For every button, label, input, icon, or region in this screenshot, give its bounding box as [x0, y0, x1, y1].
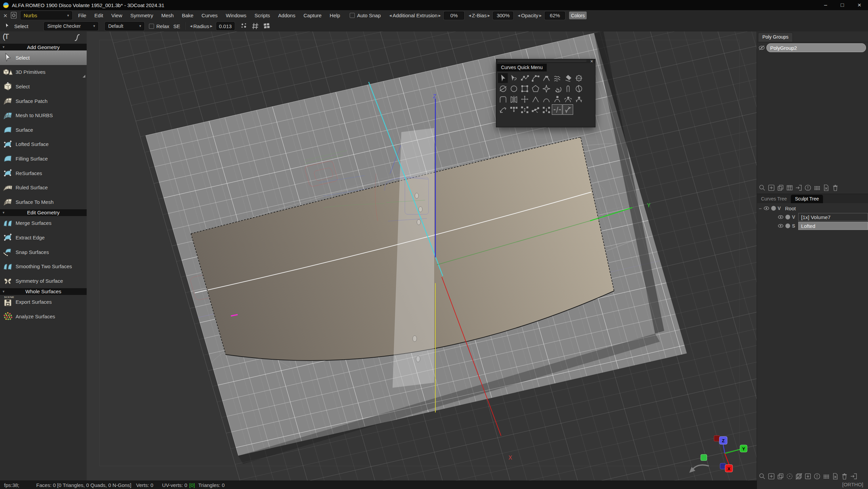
exit-icon[interactable] — [850, 472, 858, 480]
curve-tool-arc-icon[interactable] — [530, 73, 540, 83]
sidebar-item-mesh-to-nurbs[interactable]: Mesh to NURBS — [0, 108, 87, 123]
tab-curves-tree[interactable]: Curves Tree — [757, 195, 791, 203]
spinner-right-icon[interactable]: ▶ — [486, 14, 491, 17]
spinner-value[interactable]: 300% — [493, 12, 513, 20]
sidebar-item-snap-surfaces[interactable]: Snap Surfaces — [0, 245, 87, 259]
minimize-button[interactable]: – — [824, 2, 827, 8]
spinner-z-bias[interactable]: ◀Z-Bias▶300% — [468, 12, 513, 20]
collapse-icon[interactable]: ▼ — [2, 211, 5, 214]
spinner-additional-extrusion[interactable]: ◀Additional Extrusion▶0% — [388, 12, 464, 20]
auto-snap-toggle[interactable]: Auto Snap — [350, 13, 381, 18]
quick-menu-tab[interactable]: Curves Quick Menu — [497, 64, 547, 71]
spinner-left-icon[interactable]: ◀ — [189, 24, 193, 28]
document-settings-icon[interactable] — [10, 12, 17, 19]
clone-icon[interactable] — [777, 472, 784, 480]
curve-tool-circle-icon[interactable] — [509, 84, 519, 93]
curve-tool-star-icon[interactable] — [541, 84, 551, 93]
curve-tool-circle-cut-icon[interactable] — [574, 84, 584, 93]
curve-tool-points-updown-icon[interactable] — [520, 105, 529, 114]
curve-tool-points-down-icon[interactable] — [509, 105, 519, 114]
bricks-icon[interactable] — [262, 22, 270, 30]
sidebar-item-surface-patch[interactable]: Surface Patch — [0, 94, 87, 108]
curve-tool-lasso-icon[interactable] — [509, 73, 519, 83]
spinner-opacity[interactable]: ◀Opacity▶62% — [517, 12, 565, 20]
panel-close-icon[interactable]: × — [3, 12, 7, 19]
radius-spinner[interactable]: ◀ Radius ▶ 0.013 — [189, 22, 235, 30]
curve-tool-curve-arrow-icon[interactable] — [498, 105, 508, 114]
visibility-icon[interactable] — [763, 205, 770, 212]
tree-row-root[interactable]: −VRoot — [757, 204, 868, 213]
sidebar-item-resurfaces[interactable]: ReSurfaces — [0, 166, 87, 180]
menu-help[interactable]: Help — [326, 13, 344, 18]
curve-tool-pen-icon[interactable] — [574, 73, 584, 83]
clone-icon[interactable] — [777, 184, 784, 192]
curve-tool-curve-handles-icon[interactable] — [563, 94, 573, 104]
delete-icon[interactable] — [841, 472, 848, 480]
curve-tool-cut-segment-icon[interactable] — [552, 105, 562, 114]
menu-capture[interactable]: Capture — [299, 13, 325, 18]
curve-tool-angle-icon[interactable] — [530, 94, 540, 104]
sidebar-item-select[interactable]: Select — [0, 50, 87, 65]
spinner-value[interactable]: 0% — [444, 12, 464, 20]
curve-tool-arch-handle-icon[interactable] — [552, 94, 562, 104]
curve-tool-scribble-icon[interactable] — [552, 73, 562, 83]
menu-edit[interactable]: Edit — [90, 13, 107, 18]
curve-tool-detach-curve-icon[interactable] — [563, 105, 573, 114]
collapse-icon[interactable]: ▼ — [2, 290, 5, 293]
table-icon[interactable] — [786, 184, 794, 192]
curve-tool-points-slide-icon[interactable] — [530, 105, 540, 114]
add-icon[interactable] — [767, 184, 775, 192]
visibility-icon[interactable] — [777, 214, 784, 220]
add-icon[interactable] — [767, 472, 775, 480]
about-icon[interactable] — [813, 472, 821, 480]
spinner-left-icon[interactable]: ◀ — [388, 14, 393, 17]
layer-color-dot[interactable] — [785, 224, 790, 228]
layers-slash-icon[interactable] — [795, 472, 803, 480]
tab-sculpt-tree[interactable]: Sculpt Tree — [791, 195, 823, 203]
sidebar-item-surface-to-mesh[interactable]: Surface To Mesh — [0, 195, 87, 209]
collapse-icon[interactable]: ▼ — [2, 45, 5, 49]
curve-tool-round-rect-icon[interactable] — [498, 94, 508, 104]
curve-tool-select-icon[interactable] — [498, 73, 508, 83]
remove-file-icon[interactable] — [822, 184, 830, 192]
spinner-left-icon[interactable]: ◀ — [468, 14, 472, 17]
spinner-left-icon[interactable]: ◀ — [517, 14, 521, 17]
polygroup-row[interactable]: PolyGroup2 — [757, 43, 868, 53]
colors-button[interactable]: Colors — [569, 12, 587, 19]
curve-tool-rect-points-icon[interactable] — [520, 84, 529, 93]
gizmo-negz-cube[interactable] — [720, 463, 726, 469]
menu-addons[interactable]: Addons — [274, 13, 300, 18]
tree-row-volume7[interactable]: V[1x] Volume7 — [757, 213, 868, 221]
curve-tool-move-icon[interactable] — [520, 94, 529, 104]
radius-value[interactable]: 0.013 — [216, 22, 235, 30]
snap-points-icon[interactable] — [240, 22, 248, 30]
spline-tool-icon[interactable] — [73, 34, 81, 42]
panel-close-icon[interactable]: × — [590, 59, 593, 64]
sidebar-item-export-surfaces[interactable]: SCENEExport Surfaces — [0, 295, 87, 310]
curve-tool-spiral-icon[interactable] — [552, 84, 562, 93]
section-header-add-geometry[interactable]: ▼Add Geometry — [0, 44, 87, 50]
curves-quick-menu-panel[interactable]: × Curves Quick Menu — [496, 59, 595, 127]
panel-drag-handle[interactable]: × — [496, 59, 595, 63]
menu-mesh[interactable]: Mesh — [157, 13, 178, 18]
import-icon[interactable] — [795, 184, 803, 192]
visibility-off-icon[interactable] — [758, 44, 765, 51]
text-tool-icon[interactable]: (T — [3, 32, 8, 41]
tree-row-lofted[interactable]: SLofted — [757, 221, 868, 230]
tab-poly-groups[interactable]: Poly Groups — [758, 33, 793, 42]
collapse-icon[interactable]: − — [758, 206, 762, 211]
sidebar-item-3d-primitives[interactable]: 3D Primitives — [0, 65, 87, 80]
curve-tool-bezier-icon[interactable] — [541, 73, 551, 83]
maximize-button[interactable]: □ — [841, 2, 844, 8]
grid-icon[interactable] — [813, 184, 821, 192]
hash-grid-icon[interactable] — [251, 22, 259, 30]
relax-checkbox[interactable] — [149, 24, 154, 29]
menu-bake[interactable]: Bake — [178, 13, 197, 18]
menu-curves[interactable]: Curves — [197, 13, 222, 18]
sidebar-item-merge-surfaces[interactable]: Merge Surfaces — [0, 216, 87, 231]
sidebar-item-analyze-surfaces[interactable]: Analyze Surfaces — [0, 309, 87, 324]
grid-icon[interactable] — [822, 472, 830, 480]
about-icon[interactable] — [804, 184, 812, 192]
sidebar-item-select[interactable]: Select — [0, 79, 87, 94]
curve-tool-arch-icon[interactable] — [541, 94, 551, 104]
